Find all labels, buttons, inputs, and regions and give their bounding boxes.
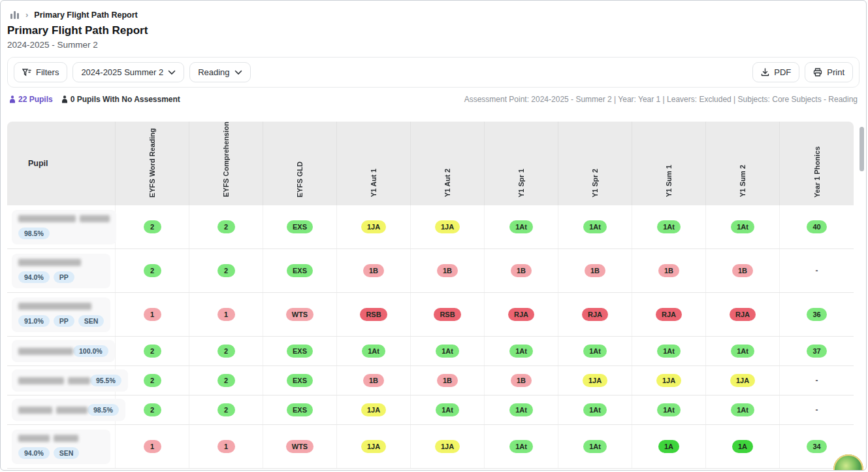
assessment-cell: -	[780, 249, 854, 292]
grade-badge: 1B	[511, 374, 532, 387]
grade-badge: 1At	[583, 220, 607, 233]
filters-button-label: Filters	[36, 67, 59, 77]
pupil-name-segment	[18, 407, 52, 414]
assessment-cell: RJA	[558, 293, 632, 336]
grade-badge: 1At	[436, 403, 459, 416]
column-header-eyfs-comprehension: EYFS Comprehension	[189, 122, 263, 205]
grade-badge: 1	[144, 308, 161, 321]
assessment-cell: 1At	[485, 425, 558, 468]
chevron-down-icon	[168, 70, 176, 75]
grade-badge: 1At	[731, 220, 754, 233]
assessment-cell: 1B	[411, 366, 485, 395]
print-button[interactable]: Print	[805, 62, 853, 82]
table-row: 100.0%22EXS1At1At1At1At1At1At37	[7, 337, 854, 366]
column-header-label: Y1 Sum 1	[665, 165, 673, 197]
assessment-period-dropdown[interactable]: 2024-2025 Summer 2	[72, 62, 184, 82]
flight-path-report-page: › Primary Flight Path Report Primary Fli…	[0, 0, 867, 471]
pupil-card[interactable]: 91.0%PPSEN	[12, 297, 110, 332]
page-subtitle: 2024-2025 - Summer 2	[7, 40, 866, 50]
grade-badge: 2	[217, 374, 235, 387]
grade-badge: 1A	[658, 440, 679, 453]
column-header-y1-aut-2: Y1 Aut 2	[411, 122, 485, 205]
subject-dropdown[interactable]: Reading	[189, 62, 250, 82]
pupil-name-segment	[18, 377, 64, 384]
download-icon	[761, 68, 769, 76]
assessment-cell: 1B	[558, 249, 632, 292]
assessment-cell: 2	[189, 249, 263, 292]
pdf-button[interactable]: PDF	[752, 62, 799, 82]
pupil-tag: SEN	[54, 447, 80, 459]
assessment-cell: EXS	[263, 205, 337, 248]
pupil-card[interactable]: 98.5%	[12, 210, 116, 244]
assessment-cell: WTS	[263, 425, 337, 468]
assessment-cell: 1JA	[337, 205, 411, 248]
grade-badge: 2	[144, 264, 161, 277]
filter-icon	[22, 68, 31, 76]
assessment-cell: RSB	[411, 293, 485, 336]
assessment-cell: 2	[189, 366, 263, 395]
assessment-cell: RJA	[632, 293, 706, 336]
assessment-cell: 1At	[485, 337, 558, 365]
pupil-tag: 94.0%	[18, 447, 50, 459]
pupil-card[interactable]: 95.5%	[12, 369, 128, 392]
grade-badge: 2	[217, 345, 235, 358]
pupil-name-redacted	[18, 348, 73, 355]
pupil-card[interactable]: 100.0%	[12, 340, 115, 362]
grade-badge: WTS	[286, 440, 313, 453]
table-header-row: Pupil EYFS Word ReadingEYFS Comprehensio…	[7, 122, 854, 205]
bar-chart-icon[interactable]	[10, 10, 20, 20]
grade-badge: 1B	[658, 264, 679, 277]
column-header-label: Y1 Aut 2	[443, 169, 451, 197]
pupil-card[interactable]: 94.0%SEN	[12, 430, 110, 464]
chevron-down-icon	[234, 70, 242, 75]
assessment-cell: 1At	[706, 205, 780, 248]
column-header-label: Y1 Aut 1	[370, 169, 378, 197]
assessment-cell: -	[780, 396, 854, 424]
grade-badge: EXS	[287, 403, 313, 416]
assessment-cell: 1JA	[337, 425, 411, 468]
grade-badge: 1	[144, 440, 161, 453]
pupil-card[interactable]: 94.0%PP	[12, 254, 110, 288]
toolbar: Filters 2024-2025 Summer 2 Reading PDF	[7, 57, 860, 88]
assessment-cell: 1B	[337, 366, 411, 395]
grade-badge: 1JA	[656, 374, 681, 387]
grade-badge: 1B	[437, 264, 458, 277]
column-header-y1-aut-1: Y1 Aut 1	[337, 122, 411, 205]
assessment-cell: 2	[189, 396, 263, 424]
grade-badge: 2	[144, 345, 161, 358]
pupil-cell: 91.0%PPSEN	[7, 293, 116, 336]
column-header-label: EYFS Word Reading	[148, 128, 156, 197]
assessment-cell: 1At	[337, 337, 411, 365]
breadcrumb: › Primary Flight Path Report	[1, 1, 866, 20]
grade-badge: 1JA	[361, 220, 386, 233]
assessment-cell: RJA	[485, 293, 558, 336]
assessment-cell: RJA	[706, 293, 780, 336]
chevron-right-icon: ›	[25, 10, 28, 20]
pupil-tags: 94.0%SEN	[18, 447, 79, 459]
table-row: 91.0%PPSEN11WTSRSBRSBRJARJARJARJA36	[7, 293, 854, 337]
grade-badge: 1At	[583, 345, 607, 358]
assessment-cell: 1	[189, 425, 263, 468]
pupil-card[interactable]: 98.5%	[12, 399, 125, 421]
table-body: 98.5%22EXS1JA1JA1At1At1At1At4094.0%PP22E…	[7, 205, 854, 469]
column-header-eyfs-word-reading: EYFS Word Reading	[116, 122, 189, 205]
vertical-scrollbar[interactable]	[860, 123, 864, 468]
assessment-cell: 1JA	[706, 366, 780, 395]
assessment-cell: 1At	[558, 425, 632, 468]
assessment-cell: 2	[189, 337, 263, 365]
assessment-cell: 2	[116, 396, 189, 424]
assessment-cell: 1B	[337, 249, 411, 292]
assessment-cell: WTS	[263, 293, 337, 336]
grade-badge: 1At	[657, 220, 681, 233]
pupil-tags: 94.0%PP	[18, 271, 74, 283]
pupil-tags: 98.5%	[18, 228, 50, 239]
filters-button[interactable]: Filters	[14, 62, 67, 82]
grade-badge: RSB	[434, 308, 460, 321]
column-header-label: Y1 Spr 2	[591, 169, 599, 197]
grade-badge: 1B	[437, 374, 458, 387]
assessment-cell: 2	[116, 205, 189, 248]
pupil-tag: 98.5%	[18, 228, 50, 239]
person-icon	[9, 95, 16, 103]
scrollbar-thumb[interactable]	[860, 127, 864, 171]
grade-badge: 1JA	[730, 374, 755, 387]
